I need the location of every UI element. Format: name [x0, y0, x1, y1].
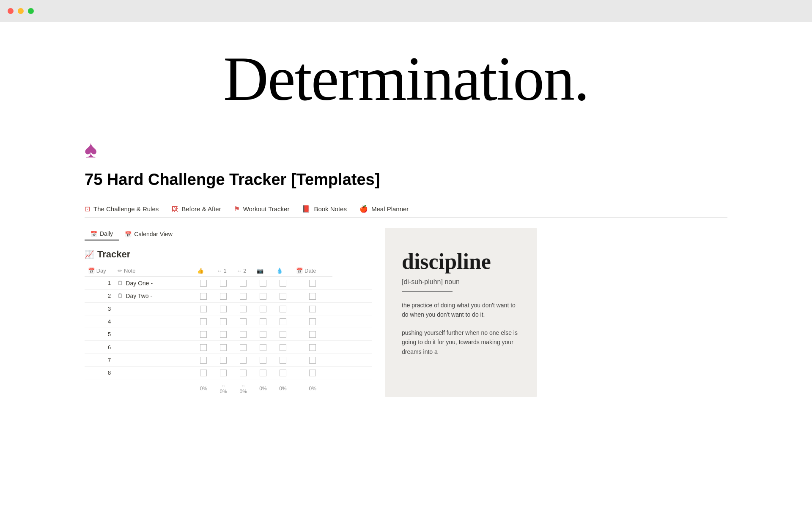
water-icon: 💧 — [276, 268, 283, 274]
cell-check-7-0 — [194, 353, 214, 366]
checkbox-7-4[interactable] — [280, 357, 286, 364]
tab-book-notes[interactable]: 📕 Book Notes — [302, 201, 359, 217]
checkbox-5-5[interactable] — [309, 331, 316, 338]
cell-note-5[interactable] — [114, 328, 194, 341]
cell-check-6-2 — [233, 341, 253, 353]
cell-check-8-3 — [253, 367, 273, 379]
checkbox-8-4[interactable] — [280, 370, 286, 376]
checkbox-1-2[interactable] — [240, 280, 247, 287]
footer-pct3: ↔ 0% — [233, 379, 253, 398]
checkbox-3-0[interactable] — [200, 306, 207, 312]
cell-date-8 — [332, 367, 372, 379]
checkbox-2-5[interactable] — [309, 293, 316, 300]
cell-check-3-2 — [233, 302, 253, 315]
page-title: 75 Hard Challenge Tracker [Templates] — [85, 171, 727, 189]
tab-daily[interactable]: 📅 Daily — [85, 228, 119, 240]
footer-pct4: 0% — [253, 379, 273, 398]
checkbox-6-4[interactable] — [280, 344, 286, 351]
cell-check-3-5 — [293, 302, 332, 315]
discipline-definition2: pushing yourself further when no one els… — [402, 328, 520, 356]
cell-note-3[interactable] — [114, 302, 194, 315]
checkbox-6-2[interactable] — [240, 344, 247, 351]
checkbox-1-5[interactable] — [309, 280, 316, 287]
col-header-photo: 📷 — [253, 265, 273, 277]
tracker-table: 📅 Day ✏ Note 👍 ↔ 1 — [85, 265, 372, 397]
checkbox-4-0[interactable] — [200, 318, 207, 325]
checkbox-4-4[interactable] — [280, 318, 286, 325]
checkbox-3-4[interactable] — [280, 306, 286, 312]
cell-check-4-0 — [194, 315, 214, 328]
tab-challenge-rules[interactable]: ⊡ The Challenge & Rules — [85, 201, 171, 217]
checkbox-8-1[interactable] — [220, 370, 227, 376]
cell-note-8[interactable] — [114, 367, 194, 379]
checkbox-6-5[interactable] — [309, 344, 316, 351]
cell-note-1[interactable]: 🗒Day One - — [114, 277, 194, 290]
minimize-button[interactable] — [18, 8, 24, 14]
cell-check-2-3 — [253, 290, 273, 302]
checkbox-3-3[interactable] — [260, 306, 266, 312]
tab-calendar-view[interactable]: 📅 Calendar View — [119, 228, 178, 240]
cell-check-4-4 — [273, 315, 293, 328]
checkbox-1-1[interactable] — [220, 280, 227, 287]
cell-day-8: 8 — [85, 367, 114, 379]
checkbox-5-4[interactable] — [280, 331, 286, 338]
cell-check-6-5 — [293, 341, 332, 353]
checkbox-7-3[interactable] — [260, 357, 266, 364]
cell-check-8-1 — [214, 367, 233, 379]
book-notes-icon: 📕 — [302, 205, 310, 213]
maximize-button[interactable] — [28, 8, 34, 14]
footer-pct1: 0% — [194, 379, 214, 398]
cell-check-2-1 — [214, 290, 233, 302]
checkbox-5-0[interactable] — [200, 331, 207, 338]
checkbox-8-5[interactable] — [309, 370, 316, 376]
cell-note-2[interactable]: 🗒Day Two - — [114, 290, 194, 302]
checkbox-2-3[interactable] — [260, 293, 266, 300]
cell-note-6[interactable] — [114, 341, 194, 353]
cell-check-6-4 — [273, 341, 293, 353]
table-header-row: 📅 Day ✏ Note 👍 ↔ 1 — [85, 265, 372, 277]
checkbox-2-4[interactable] — [280, 293, 286, 300]
checkbox-6-3[interactable] — [260, 344, 266, 351]
cell-check-1-3 — [253, 277, 273, 290]
tab-meal-planner[interactable]: 🍎 Meal Planner — [359, 201, 421, 217]
checkbox-1-0[interactable] — [200, 280, 207, 287]
checkbox-2-1[interactable] — [220, 293, 227, 300]
checkbox-3-1[interactable] — [220, 306, 227, 312]
checkbox-7-5[interactable] — [309, 357, 316, 364]
checkbox-4-5[interactable] — [309, 318, 316, 325]
table-row: 7 — [85, 353, 372, 366]
col-header-date: 📅 Date — [293, 265, 332, 277]
tab-workout-tracker[interactable]: ⚑ Workout Tracker — [234, 201, 302, 217]
cell-check-1-1 — [214, 277, 233, 290]
checkbox-3-2[interactable] — [240, 306, 247, 312]
checkbox-5-2[interactable] — [240, 331, 247, 338]
checkbox-7-1[interactable] — [220, 357, 227, 364]
checkbox-7-0[interactable] — [200, 357, 207, 364]
checkbox-3-5[interactable] — [309, 306, 316, 312]
cell-note-7[interactable] — [114, 353, 194, 366]
cell-note-4[interactable] — [114, 315, 194, 328]
checkbox-8-2[interactable] — [240, 370, 247, 376]
checkbox-5-3[interactable] — [260, 331, 266, 338]
checkbox-1-3[interactable] — [260, 280, 266, 287]
checkbox-2-2[interactable] — [240, 293, 247, 300]
cell-check-4-2 — [233, 315, 253, 328]
cell-check-4-5 — [293, 315, 332, 328]
cell-day-7: 7 — [85, 353, 114, 366]
checkbox-6-1[interactable] — [220, 344, 227, 351]
close-button[interactable] — [8, 8, 14, 14]
checkbox-1-4[interactable] — [280, 280, 286, 287]
checkbox-8-0[interactable] — [200, 370, 207, 376]
checkbox-6-0[interactable] — [200, 344, 207, 351]
tab-before-after[interactable]: 🖼 Before & After — [171, 201, 233, 217]
checkbox-4-3[interactable] — [260, 318, 266, 325]
checkbox-5-1[interactable] — [220, 331, 227, 338]
checkbox-2-0[interactable] — [200, 293, 207, 300]
checkbox-7-2[interactable] — [240, 357, 247, 364]
challenge-rules-icon: ⊡ — [85, 205, 90, 213]
checkbox-4-2[interactable] — [240, 318, 247, 325]
checkbox-4-1[interactable] — [220, 318, 227, 325]
cell-date-4 — [332, 315, 372, 328]
cell-check-8-2 — [233, 367, 253, 379]
checkbox-8-3[interactable] — [260, 370, 266, 376]
